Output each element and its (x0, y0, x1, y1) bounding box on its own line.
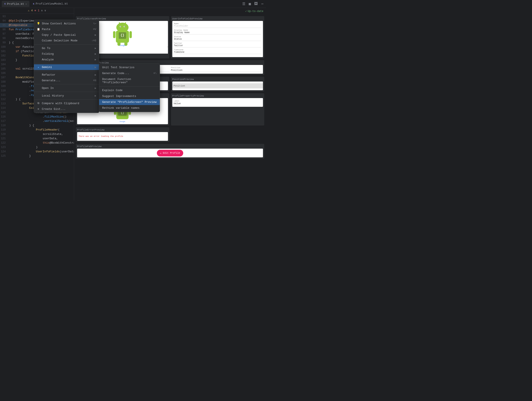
nav-up[interactable]: ∧ (41, 9, 43, 12)
separator-2 (34, 63, 99, 64)
lightbulb-icon: 💡 (37, 22, 40, 25)
warning-icon: ⚠ (28, 9, 29, 12)
menu-item-gemini[interactable]: ✦ Gemini ▶ Unit Test Scenarios Generate … (34, 64, 99, 70)
goto-arrow: ▶ (95, 47, 96, 50)
analyze-label: Analyze (42, 58, 54, 61)
folding-icon (37, 52, 40, 56)
code-line-116: 116 .fillMaxSize() (0, 115, 74, 119)
submenu-rethink-variables[interactable]: Rethink variable names (99, 105, 160, 111)
menu-item-generate[interactable]: Generate... ⌘N (34, 78, 99, 83)
hamburger-icon[interactable]: ☰ (241, 1, 246, 7)
svg-text:{}: {} (121, 34, 124, 37)
menu-item-copy-paste-special[interactable]: Copy / Paste Special ▶ (34, 32, 99, 38)
submenu-generate-code[interactable]: Generate Code... ⌘\ (99, 70, 160, 76)
gemini-label: Gemini (42, 66, 52, 69)
submenu-suggest-improvements[interactable]: Suggest Improvements (99, 93, 160, 99)
kt-icon-2: K (33, 3, 34, 5)
profile-fab-content: ✏ Edit Profile (77, 149, 263, 157)
goto-label: Go To (42, 47, 50, 50)
gist-icon: ⊙ (37, 107, 40, 111)
menu-item-local-history[interactable]: Local History ▶ (34, 93, 99, 99)
menu-item-show-context-actions[interactable]: 💡 Show Context Actions ⌥↩ (34, 21, 99, 26)
submenu-explain-code[interactable]: Explain Code (99, 87, 160, 93)
svg-text:Google: Google (120, 121, 125, 122)
submenu-document-fn[interactable]: Document Function "ProfileScreen" (99, 76, 160, 85)
menu-item-analyze[interactable]: Analyze ▶ (34, 57, 99, 62)
suggest-improvements-label: Suggest Improvements (102, 95, 136, 98)
generate-label: Generate... (42, 79, 61, 82)
menu-item-create-gist[interactable]: ⊙ Create Gist... (34, 106, 99, 112)
copy-paste-label: Copy / Paste Special (42, 33, 76, 37)
form-field-timezone: Timezone TimeZone (174, 49, 261, 54)
generate-icon (37, 79, 40, 82)
refactor-label: Refactor (42, 73, 55, 76)
separator-1 (34, 44, 99, 45)
generate-preview-label: Generate "ProfileScreen" Preview (102, 101, 157, 104)
menu-item-paste[interactable]: 📋 Paste ⌘V (34, 26, 99, 32)
fab-preview-btn: ✏ Edit Profile (157, 150, 183, 156)
toolbar-right: ☰ ▦ 🖼 ⋯ (241, 1, 264, 7)
generate-shortcut: ⌘N (93, 79, 96, 82)
profile-fab-preview-title: ProfileFabPreview (77, 145, 263, 148)
nav-down[interactable]: ∨ (44, 9, 46, 12)
goto-icon (37, 46, 40, 50)
refactor-arrow: ▶ (95, 73, 96, 76)
profile-property-content: Label Value (172, 98, 263, 107)
tab-profileviewmodel-kt[interactable]: K ProfileViewModel.kt (30, 1, 70, 7)
svg-rect-11 (129, 31, 132, 38)
compare-icon: ⧉ (37, 102, 40, 105)
code-line-123: 123 ) (0, 145, 74, 150)
menu-item-goto[interactable]: Go To ▶ (34, 45, 99, 51)
separator-6 (34, 99, 99, 100)
picture-icon[interactable]: 🖼 (253, 1, 259, 7)
rethink-variables-label: Rethink variable names (102, 106, 140, 110)
svg-point-9 (125, 22, 126, 24)
submenu-unit-test[interactable]: Unit Test Scenarios (99, 64, 160, 70)
column-selection-shortcut: ⇧⌘8 (91, 39, 96, 42)
more-icon[interactable]: ⋯ (260, 1, 264, 7)
close-icon-profile-kt[interactable]: ✕ (25, 3, 27, 6)
menu-item-column-selection[interactable]: Column Selection Mode ⇧⌘8 (34, 38, 99, 43)
compare-clipboard-label: Compare with Clipboard (42, 102, 79, 105)
document-fn-label: Document Function "ProfileScreen" (102, 78, 157, 84)
profile-error-preview-card: ProfileErrorPreview There was an error l… (76, 127, 169, 142)
fab-label: Edit Profile (163, 152, 180, 154)
open-in-arrow: ▶ (95, 87, 96, 90)
form-field-name: Name Placeholder (174, 23, 261, 28)
gemini-icon: ✦ (37, 65, 40, 69)
profile-property-preview-card: ProfilePropertyPreview Label Value (171, 93, 265, 126)
menu-item-open-in[interactable]: Open In ▶ (34, 85, 99, 91)
menu-item-refactor[interactable]: Refactor ▶ (34, 72, 99, 78)
layout-icon[interactable]: ▦ (248, 1, 252, 7)
code-line-119: 119 ProfileHeader( (0, 128, 74, 132)
code-line-121: 121 userData, (0, 136, 74, 141)
analyze-icon (37, 58, 40, 61)
userinfo-fields-content: Name Placeholder Display Name Display Na… (172, 21, 263, 57)
separator-5 (34, 92, 99, 92)
form-field-status: Status Status (174, 36, 261, 41)
userinfo-fields-preview-title: UserInfoFieldsPreview (172, 17, 263, 20)
menu-item-compare-clipboard[interactable]: ⧉ Compare with Clipboard (34, 101, 99, 106)
profile-property-preview-title: ProfilePropertyPreview (172, 95, 263, 97)
submenu-generate-preview[interactable]: Generate "ProfileScreen" Preview (99, 99, 160, 105)
tab-profile-kt[interactable]: K Profile.kt ✕ (2, 1, 29, 7)
check-icon: ✓ (245, 10, 247, 13)
up-to-date-badge: ✓ Up-to-date (245, 10, 263, 13)
menu-item-folding[interactable]: Folding ▶ (34, 51, 99, 57)
copy-paste-icon (37, 33, 40, 37)
edit-icon: ✏ (160, 152, 161, 155)
svg-rect-10 (113, 31, 115, 38)
local-history-label: Local History (42, 94, 64, 97)
local-history-icon (37, 94, 40, 97)
form-field-display-name: Display Name Display Name (174, 29, 261, 34)
profile-error-preview-title: ProfileErrorPreview (77, 129, 168, 131)
gemini-submenu: Unit Test Scenarios Generate Code... ⌘\ … (99, 64, 160, 112)
tab-profile-kt-label: Profile.kt (7, 2, 24, 6)
tab-bar: K Profile.kt ✕ K ProfileViewModel.kt ☰ ▦… (0, 0, 266, 8)
unit-test-label: Unit Test Scenarios (102, 66, 134, 69)
up-to-date-label: Up-to-date (248, 10, 263, 13)
error-icon: ⊗ (34, 9, 36, 12)
profile-error-content: There was an error loading the profile (77, 132, 168, 141)
generate-code-label: Generate Code... (102, 72, 129, 75)
position-preview-card: PositionPreview Position (171, 77, 265, 92)
